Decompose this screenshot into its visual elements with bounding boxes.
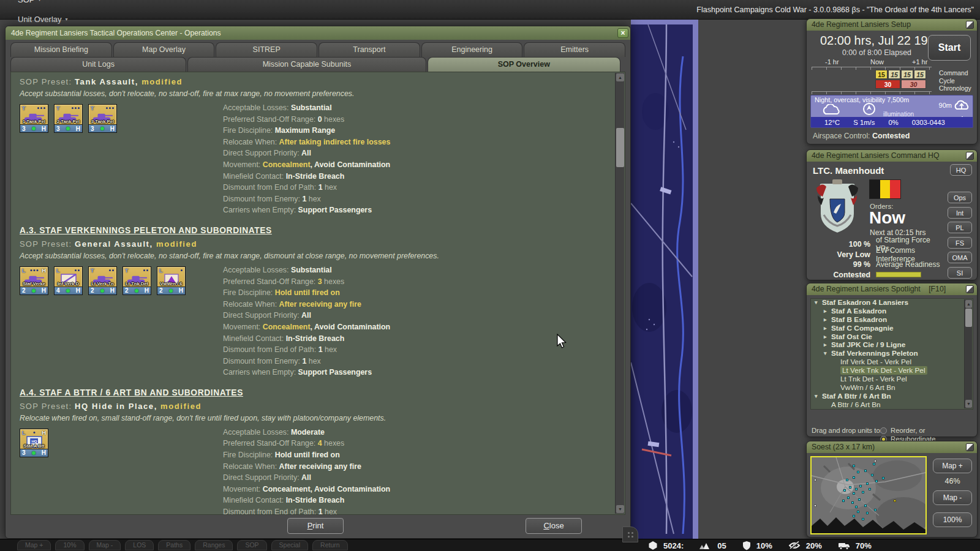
tab-emitters[interactable]: Emitters — [524, 42, 625, 57]
tree-item-staf-verkennings-peleton[interactable]: ▾Staf Verkennings Peleton — [811, 350, 973, 358]
ops-button[interactable]: Ops — [948, 192, 972, 203]
sop-detail-line: Acceptable Losses: Substantial — [223, 102, 390, 114]
int-button[interactable]: Int — [948, 207, 972, 219]
game-map-strip[interactable] — [631, 20, 698, 539]
start-button[interactable]: Start — [928, 35, 971, 61]
chevron-open-icon[interactable]: ▾ — [824, 350, 827, 358]
tree-item-staf-b-eskadron[interactable]: ▸Staf B Eskadron — [811, 316, 973, 324]
toolbar-paths-button[interactable]: Paths — [158, 540, 190, 550]
unit-counter-vwwrn-6[interactable]: LVwWrn / 62H — [157, 266, 186, 295]
tree-item-staf-c-compagnie[interactable]: ▸Staf C Compagnie — [811, 324, 973, 333]
mobility-truck-icon — [838, 541, 850, 550]
toolbar-10-button[interactable]: 10% — [55, 540, 84, 550]
panel-collapse-icon[interactable] — [966, 285, 974, 293]
spotlight-panel-titlebar[interactable]: 4de Regiment Lansiers Spotlight [F10] — [807, 283, 977, 295]
toolbar-los-button[interactable]: LOS — [125, 540, 154, 550]
resize-grip[interactable] — [622, 527, 638, 542]
panel-collapse-icon[interactable] — [966, 21, 974, 29]
toolbar-special-button[interactable]: Special — [271, 540, 308, 550]
toolbar-return-button[interactable]: Return — [312, 540, 348, 550]
map-zoom-out-button[interactable]: Map - — [933, 490, 972, 505]
scroll-up-icon[interactable]: ▲ — [616, 73, 624, 81]
weather-box[interactable]: Night, overcast, visibility 7,500m illum… — [810, 95, 973, 128]
tree-scrollbar[interactable]: ▲ ▼ — [964, 299, 972, 408]
tab-sitrep[interactable]: SITREP — [216, 42, 317, 57]
tree-scroll-down-icon[interactable]: ▼ — [965, 400, 972, 408]
timeline-now: Now — [870, 58, 884, 66]
tree-item-vwwrn-6-art-bn[interactable]: VwWrn / 6 Art Bn — [811, 384, 973, 392]
tab-engineering[interactable]: Engineering — [421, 42, 523, 57]
tab-mission-briefing[interactable]: Mission Briefing — [10, 42, 112, 57]
tree-item-staf-a-bttr-6-art-bn[interactable]: ▾Staf A Bttr / 6 Art Bn — [811, 392, 973, 401]
tab-transport[interactable]: Transport — [318, 42, 420, 57]
pl-button[interactable]: PL — [948, 222, 972, 233]
fs-button[interactable]: FS — [948, 237, 972, 249]
toolbar-map-button[interactable]: Map + — [17, 540, 51, 550]
toolbar-map-button[interactable]: Map - — [89, 540, 121, 550]
tree-item-lt-tnk-det-verk-pel[interactable]: Lt Tnk Det - Verk Pel — [811, 375, 973, 384]
hq-panel-titlebar[interactable]: 4de Regiment Lansiers Command HQ — [807, 150, 977, 162]
tree-item-inf-verk-det-verk-pel[interactable]: Inf Verk Det - Verk Pel — [811, 358, 973, 367]
toolbar-sop-button[interactable]: SOP — [237, 540, 266, 550]
counter-status-dot — [32, 451, 36, 455]
reorder-label: Reorder, or — [891, 427, 925, 434]
unit-counter-inf-verk-d[interactable]: LInf Verk D4H — [54, 266, 83, 295]
tree-item-staf-a-eskadron[interactable]: ▸Staf A Eskadron — [811, 307, 973, 316]
panel-collapse-icon[interactable] — [966, 443, 974, 451]
unit-counter-staf-a-btt[interactable]: LHHQStaf A Btt3H — [20, 429, 48, 457]
si-button[interactable]: SI — [948, 267, 972, 279]
reorder-radio[interactable] — [880, 427, 887, 434]
tab-sop-overview[interactable]: SOP Overview — [428, 57, 620, 72]
hq-stat-value: 99 % — [812, 260, 870, 269]
chevron-closed-icon[interactable]: ▸ — [824, 341, 827, 350]
map-zoom-in-button[interactable]: Map + — [933, 459, 972, 473]
counter-posture-letter: H — [110, 287, 115, 294]
print-button[interactable]: Print — [287, 518, 344, 534]
chevron-closed-icon[interactable]: ▸ — [824, 307, 827, 316]
unit-counter-lt-tnk-det[interactable]: TLt Tnk Det2H — [123, 266, 151, 295]
close-button[interactable]: Close — [526, 518, 582, 534]
tree-scroll-up-icon[interactable]: ▲ — [965, 300, 972, 308]
tree-scrollbar-thumb[interactable] — [965, 309, 972, 327]
tab-unit-logs[interactable]: Unit Logs — [10, 57, 186, 72]
counter-posture-letter: H — [42, 287, 46, 294]
chevron-closed-icon[interactable]: ▸ — [824, 333, 827, 342]
close-icon[interactable]: × — [617, 28, 628, 38]
scroll-down-icon[interactable]: ▼ — [616, 505, 624, 513]
minimap-panel-titlebar[interactable]: Soest (23 x 17 km) — [807, 441, 977, 453]
sop-detail-line: Movement: Concealment, Avoid Contaminati… — [223, 484, 390, 495]
unit-counter-lt-verk-tn[interactable]: TLt Verk Tn2H — [88, 266, 117, 295]
tab-map-overlay[interactable]: Map Overlay — [113, 42, 215, 57]
toolbar-ranges-button[interactable]: Ranges — [195, 540, 233, 550]
dialog-titlebar[interactable]: 4de Regiment Lansiers Tactical Operation… — [6, 26, 630, 40]
chevron-open-icon[interactable]: ▾ — [815, 299, 818, 307]
friendly-unit-dot — [859, 485, 862, 487]
unit-counter-2-tank-pel[interactable]: T2 Tank Pel3H — [54, 104, 83, 133]
unit-counter-1-tank-pel[interactable]: T1 Tank Pel3H — [20, 104, 48, 133]
map-zoom-full-button[interactable]: 100% — [933, 512, 972, 527]
chevron-closed-icon[interactable]: ▸ — [824, 316, 827, 324]
setup-panel-titlebar[interactable]: 4de Regiment Lansiers Setup — [807, 19, 977, 31]
unit-counter-3-tank-pel[interactable]: T3 Tank Pel3H — [88, 104, 117, 133]
tree-item-staf-ost-cie[interactable]: ▸Staf Ost Cie — [811, 333, 973, 342]
tree-item-a-bttr-6-art-bn[interactable]: A Bttr / 6 Art Bn — [811, 401, 973, 410]
minimap[interactable] — [810, 456, 927, 534]
tree-item-staf-eskadron-4-lansiers[interactable]: ▾Staf Eskadron 4 Lansiers — [811, 299, 973, 307]
menu-item-sop[interactable]: SOP▾ — [5, 0, 100, 10]
chevron-open-icon[interactable]: ▾ — [815, 392, 818, 401]
tree-item-staf-jpk-cie-9-ligne[interactable]: ▸Staf JPK Cie / 9 Ligne — [811, 341, 973, 350]
hq-button[interactable]: HQ — [950, 164, 972, 176]
friendly-unit-dot — [855, 506, 858, 508]
friendly-unit-dot — [846, 479, 848, 481]
panel-collapse-icon[interactable] — [966, 152, 974, 160]
dialog-scrollbar[interactable]: ▲ ▼ — [615, 73, 624, 514]
tab-mission-capable-subunits[interactable]: Mission Capable Subunits — [187, 57, 426, 72]
counter-bottom-strip: 4H — [55, 287, 82, 294]
scrollbar-thumb[interactable] — [616, 128, 624, 167]
reorder-option[interactable]: Reorder, or — [880, 427, 925, 434]
tree-item-lt-verk-tnk-det-verk-pel[interactable]: Lt Verk Tnk Det - Verk Pel — [811, 367, 973, 375]
menu-item-label: Unit Overlay — [18, 15, 62, 24]
oma-button[interactable]: OMA — [948, 252, 972, 263]
unit-counter-staf-verke[interactable]: LHStaf Verke2H — [20, 266, 48, 295]
chevron-closed-icon[interactable]: ▸ — [824, 324, 827, 333]
